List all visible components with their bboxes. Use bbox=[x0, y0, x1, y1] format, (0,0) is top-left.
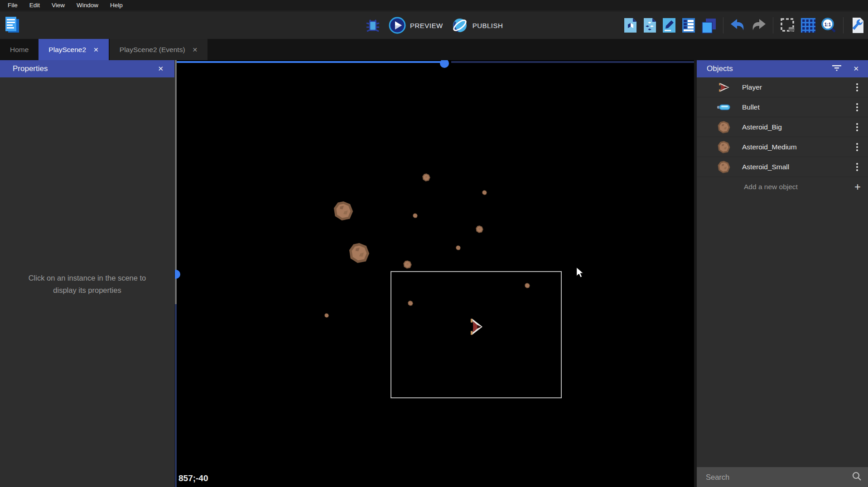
properties-panel-close-icon[interactable]: ✕ bbox=[158, 65, 164, 73]
scene-settings-wrench-icon[interactable] bbox=[850, 17, 865, 34]
object-label: Asteroid_Medium bbox=[742, 143, 797, 151]
canvas-v-scroll-track-dark bbox=[175, 304, 177, 487]
objects-search-input[interactable] bbox=[697, 473, 852, 482]
objects-search-bar bbox=[697, 467, 868, 487]
svg-text:1:1: 1:1 bbox=[825, 22, 831, 27]
tab-playscene2-events[interactable]: PlayScene2 (Events) ✕ bbox=[110, 39, 207, 60]
properties-empty-hint: Click on an instance in the scene to dis… bbox=[0, 272, 174, 296]
tab-playscene2-close-icon[interactable]: ✕ bbox=[93, 46, 99, 53]
plus-icon: + bbox=[854, 181, 861, 193]
properties-panel-title: Properties bbox=[13, 64, 48, 73]
grid-icon[interactable] bbox=[800, 17, 816, 33]
objects-panel-header: Objects ✕ bbox=[697, 60, 868, 77]
project-manager-icon[interactable] bbox=[4, 15, 21, 34]
toolbar-separator bbox=[843, 17, 844, 33]
redo-icon[interactable] bbox=[750, 18, 767, 33]
object-menu-kebab-icon[interactable] bbox=[854, 121, 860, 133]
asteroid-instance[interactable] bbox=[476, 225, 483, 235]
asteroid-instance[interactable] bbox=[408, 300, 413, 308]
object-menu-kebab-icon[interactable] bbox=[854, 101, 860, 113]
tab-home[interactable]: Home bbox=[0, 39, 39, 60]
properties-panel-header: Properties ✕ bbox=[0, 60, 174, 77]
tab-playscene2-events-label: PlayScene2 (Events) bbox=[120, 46, 185, 54]
object-row-asteroid-small[interactable]: Asteroid_Small bbox=[697, 157, 868, 177]
publish-globe-icon bbox=[451, 17, 468, 34]
objects-filter-icon[interactable] bbox=[832, 65, 841, 73]
main-toolbar: PREVIEW PUBLISH bbox=[0, 11, 868, 39]
debugger-icon[interactable] bbox=[365, 17, 381, 33]
publish-label: PUBLISH bbox=[473, 22, 503, 29]
toolbar-separator bbox=[773, 17, 773, 33]
player-ship-icon bbox=[716, 81, 732, 94]
preview-play-icon bbox=[389, 17, 406, 34]
asteroid-icon bbox=[716, 140, 732, 154]
asteroid-instance[interactable] bbox=[324, 311, 329, 320]
tab-playscene2-events-close-icon[interactable]: ✕ bbox=[193, 46, 198, 53]
objects-panel-close-icon[interactable]: ✕ bbox=[853, 65, 859, 73]
object-label: Asteroid_Big bbox=[742, 123, 782, 131]
asteroid-instance[interactable] bbox=[422, 173, 430, 183]
edit-instances-icon[interactable] bbox=[661, 17, 677, 34]
object-row-player[interactable]: Player bbox=[697, 77, 868, 97]
menu-view[interactable]: View bbox=[46, 0, 71, 11]
preview-button[interactable]: PREVIEW bbox=[389, 17, 443, 34]
objects-panel: Objects ✕ bbox=[697, 60, 868, 487]
menu-help[interactable]: Help bbox=[104, 0, 129, 11]
menu-window[interactable]: Window bbox=[71, 0, 104, 11]
gdevelop-window: File Edit View Window Help bbox=[0, 0, 868, 487]
object-row-asteroid-big[interactable]: Asteroid_Big bbox=[697, 117, 868, 137]
preview-label: PREVIEW bbox=[410, 22, 443, 29]
menu-file[interactable]: File bbox=[2, 0, 24, 11]
canvas-h-scroll-track-dark bbox=[451, 61, 694, 63]
asteroid-instance[interactable] bbox=[413, 212, 418, 220]
editor-tab-bar: Home PlayScene2 ✕ PlayScene2 (Events) ✕ bbox=[0, 39, 868, 60]
tab-playscene2-label: PlayScene2 bbox=[48, 46, 86, 54]
layers-icon[interactable] bbox=[700, 17, 717, 34]
object-menu-kebab-icon[interactable] bbox=[854, 161, 860, 173]
object-menu-kebab-icon[interactable] bbox=[854, 141, 860, 153]
asteroid-instance[interactable] bbox=[349, 243, 370, 265]
canvas-v-scroll-thumb[interactable] bbox=[175, 270, 180, 279]
canvas-v-scroll-track bbox=[175, 60, 177, 304]
canvas-h-scroll-thumb[interactable] bbox=[440, 60, 449, 68]
object-label: Asteroid_Small bbox=[742, 163, 789, 171]
mouse-cursor-icon bbox=[576, 267, 584, 280]
object-menu-kebab-icon[interactable] bbox=[854, 81, 860, 93]
publish-button[interactable]: PUBLISH bbox=[451, 17, 503, 34]
asteroid-instance[interactable] bbox=[482, 189, 487, 197]
object-row-bullet[interactable]: Bullet bbox=[697, 97, 868, 117]
object-label: Bullet bbox=[742, 103, 760, 111]
search-icon bbox=[852, 471, 862, 483]
object-row-asteroid-medium[interactable]: Asteroid_Medium bbox=[697, 137, 868, 157]
asteroid-icon bbox=[716, 160, 732, 174]
player-ship-instance[interactable] bbox=[468, 318, 484, 337]
cursor-coordinates-label: 857;-40 bbox=[178, 473, 208, 483]
undo-icon[interactable] bbox=[730, 18, 746, 33]
object-label: Player bbox=[742, 83, 762, 91]
zoom-1-1-icon[interactable]: 1:1 bbox=[820, 17, 837, 33]
mask-selection-icon[interactable] bbox=[780, 17, 796, 33]
add-new-object-label: Add a new object bbox=[744, 183, 798, 191]
asteroid-instance[interactable] bbox=[403, 260, 412, 271]
objects-panel-title: Objects bbox=[707, 64, 733, 73]
instances-list-icon[interactable] bbox=[681, 17, 696, 34]
add-new-object-button[interactable]: Add a new object + bbox=[697, 177, 868, 197]
canvas-h-scroll-track bbox=[175, 61, 442, 63]
tab-home-label: Home bbox=[10, 46, 29, 54]
menu-bar: File Edit View Window Help bbox=[0, 0, 868, 11]
asteroid-icon bbox=[716, 120, 732, 134]
scene-editor-canvas[interactable]: 857;-40 bbox=[175, 60, 694, 487]
asteroid-instance[interactable] bbox=[333, 201, 353, 223]
asteroid-instance[interactable] bbox=[456, 244, 461, 252]
bullet-icon bbox=[716, 100, 732, 114]
objects-editor-icon[interactable] bbox=[622, 17, 638, 34]
toolbar-separator bbox=[723, 17, 723, 33]
tab-playscene2[interactable]: PlayScene2 ✕ bbox=[39, 39, 108, 60]
asteroid-instance[interactable] bbox=[525, 282, 530, 290]
object-groups-icon[interactable] bbox=[642, 17, 657, 34]
properties-panel: Properties ✕ Click on an instance in the… bbox=[0, 60, 174, 487]
menu-edit[interactable]: Edit bbox=[24, 0, 46, 11]
